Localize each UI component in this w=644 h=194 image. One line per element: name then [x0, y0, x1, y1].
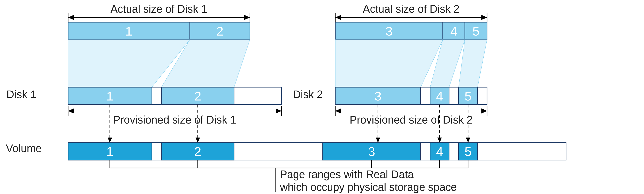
svg-text:5: 5: [465, 144, 472, 159]
svg-text:3: 3: [386, 24, 392, 38]
svg-marker-54: [196, 138, 200, 143]
svg-marker-11: [481, 15, 487, 20]
svg-marker-5: [244, 15, 250, 20]
svg-marker-49: [481, 108, 487, 113]
svg-text:Provisioned size of Disk 1: Provisioned size of Disk 1: [113, 114, 236, 126]
svg-text:5: 5: [472, 24, 480, 38]
svg-marker-10: [335, 15, 341, 20]
dim-actual-disk1: Actual size of Disk 1: [68, 3, 250, 22]
svg-marker-35: [68, 108, 74, 113]
bar-volume: 1 2 3 4 5: [68, 143, 566, 160]
svg-marker-36: [276, 108, 282, 113]
svg-text:3: 3: [368, 144, 375, 159]
mapping-disk1: [68, 40, 250, 87]
mapping-disk2: [335, 40, 487, 87]
diagram: Disk 1 Disk 2 Volume Actual size of Disk…: [0, 0, 644, 194]
label-disk1: Disk 1: [6, 88, 36, 101]
svg-marker-24: [335, 40, 443, 87]
svg-marker-4: [68, 15, 74, 20]
svg-marker-56: [376, 138, 380, 143]
svg-text:Page ranges with Real Data: Page ranges with Real Data: [280, 168, 414, 180]
svg-text:1: 1: [125, 24, 132, 38]
bar-prov-disk1: 1 2: [68, 87, 282, 105]
dim-actual-disk2: Actual size of Disk 2: [335, 3, 487, 22]
dim-prov-disk2: Provisioned size of Disk 2: [335, 106, 487, 126]
svg-text:3: 3: [374, 89, 382, 103]
svg-text:1: 1: [106, 144, 113, 159]
svg-text:2: 2: [194, 89, 201, 103]
label-volume: Volume: [6, 142, 42, 154]
svg-text:4: 4: [436, 144, 443, 159]
svg-text:Provisioned size of Disk 2: Provisioned size of Disk 2: [350, 114, 473, 126]
svg-marker-26: [458, 40, 487, 87]
dim-prov-disk1: Provisioned size of Disk 1: [68, 106, 282, 126]
svg-marker-60: [466, 138, 470, 143]
svg-text:which occupy physical storage : which occupy physical storage space: [280, 181, 457, 193]
bar-actual-disk2: 3 4 5: [335, 22, 487, 40]
svg-text:5: 5: [465, 89, 472, 103]
svg-text:1: 1: [106, 89, 113, 103]
svg-marker-58: [438, 138, 442, 143]
svg-text:Actual size of Disk 1: Actual size of Disk 1: [110, 3, 208, 15]
svg-text:4: 4: [436, 89, 443, 103]
svg-text:2: 2: [216, 24, 223, 38]
bracket-note: Page ranges with Real Data which occupy …: [110, 160, 468, 193]
bar-actual-disk1: 1 2: [68, 22, 250, 40]
svg-marker-52: [108, 138, 112, 143]
svg-text:4: 4: [450, 24, 457, 38]
svg-text:Actual size of Disk 2: Actual size of Disk 2: [363, 3, 460, 15]
svg-text:2: 2: [194, 144, 201, 159]
bar-prov-disk2: 3 4 5: [335, 87, 487, 105]
svg-marker-48: [335, 108, 341, 113]
label-disk2: Disk 2: [293, 88, 323, 101]
